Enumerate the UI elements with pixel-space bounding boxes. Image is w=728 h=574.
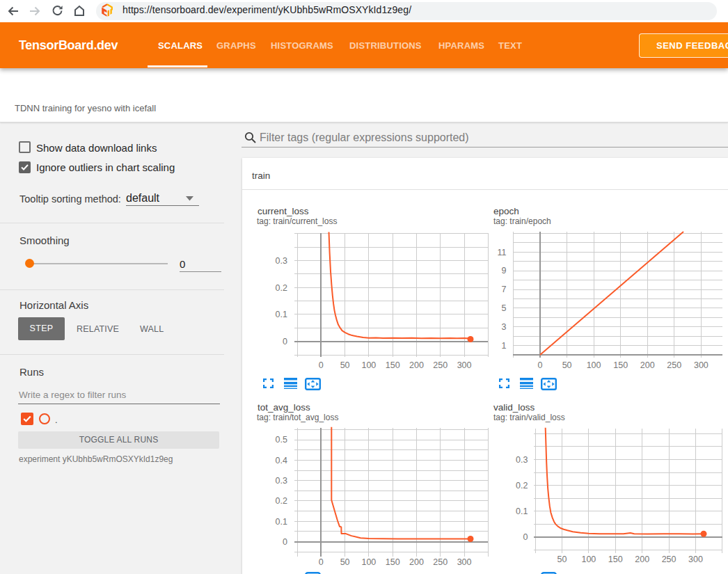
svg-text:100: 100	[361, 557, 376, 567]
svg-text:100: 100	[581, 555, 596, 564]
svg-text:0.1: 0.1	[516, 507, 528, 516]
svg-text:0: 0	[319, 557, 324, 567]
svg-text:0.3: 0.3	[276, 476, 287, 486]
svg-text:150: 150	[386, 557, 400, 567]
svg-text:250: 250	[433, 557, 448, 567]
svg-text:0.3: 0.3	[516, 455, 528, 465]
svg-text:9: 9	[502, 266, 507, 276]
svg-text:50: 50	[562, 360, 572, 370]
svg-text:300: 300	[457, 360, 472, 370]
svg-text:50: 50	[557, 555, 567, 564]
svg-text:0.4: 0.4	[276, 456, 287, 465]
svg-text:7: 7	[502, 285, 507, 294]
svg-text:0.5: 0.5	[276, 435, 287, 445]
svg-text:150: 150	[608, 555, 623, 564]
svg-text:250: 250	[662, 555, 676, 564]
svg-text:250: 250	[433, 360, 448, 370]
svg-text:50: 50	[340, 557, 350, 567]
svg-text:50: 50	[340, 360, 350, 370]
svg-text:0: 0	[283, 537, 287, 547]
svg-text:300: 300	[694, 360, 709, 370]
svg-text:150: 150	[386, 360, 400, 370]
svg-text:0: 0	[283, 337, 287, 346]
svg-text:300: 300	[457, 557, 472, 567]
svg-text:100: 100	[361, 360, 376, 370]
svg-text:0: 0	[538, 360, 543, 370]
svg-text:0.2: 0.2	[516, 481, 528, 491]
svg-text:200: 200	[409, 557, 424, 567]
svg-text:0: 0	[523, 532, 528, 542]
svg-text:200: 200	[409, 360, 424, 370]
svg-text:0.2: 0.2	[276, 283, 287, 293]
svg-text:0: 0	[319, 360, 324, 370]
svg-text:5: 5	[502, 303, 507, 313]
svg-text:3: 3	[502, 322, 507, 332]
svg-text:100: 100	[587, 360, 601, 370]
svg-text:0.2: 0.2	[276, 496, 287, 506]
svg-text:1: 1	[502, 341, 507, 351]
svg-text:11: 11	[498, 248, 507, 257]
svg-text:200: 200	[635, 555, 649, 564]
svg-text:150: 150	[613, 360, 628, 370]
svg-text:0.1: 0.1	[276, 517, 287, 527]
svg-text:300: 300	[688, 555, 703, 564]
svg-text:200: 200	[640, 360, 655, 370]
svg-text:0.3: 0.3	[276, 256, 287, 266]
svg-text:0.1: 0.1	[276, 310, 287, 319]
svg-text:250: 250	[667, 360, 681, 370]
